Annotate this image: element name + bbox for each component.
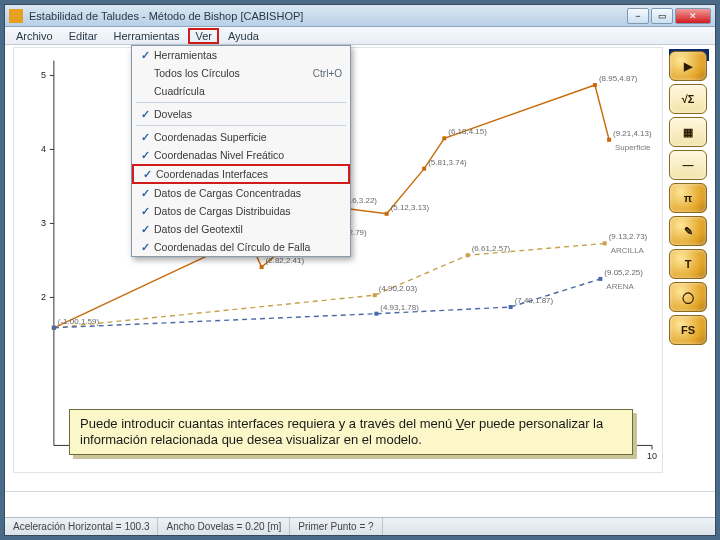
dropdown-label: Coordenadas Superficie [154, 131, 342, 143]
svg-text:(6.18,4.15): (6.18,4.15) [448, 127, 487, 136]
check-icon: ✓ [136, 187, 154, 199]
tool-run[interactable]: ▶ [669, 51, 707, 81]
svg-rect-68 [598, 277, 602, 281]
tool-fs[interactable]: FS [669, 315, 707, 345]
titlebar: Estabilidad de Taludes - Método de Bisho… [5, 5, 715, 27]
dropdown-label: Coordenadas del Círculo de Falla [154, 241, 342, 253]
dropdown-label: Cuadrícula [154, 85, 342, 97]
svg-rect-63 [52, 326, 56, 330]
check-icon: ✓ [136, 49, 154, 61]
note-text-pre: Puede introducir cuantas interfaces requ… [80, 416, 456, 431]
dropdown-item[interactable]: ✓Coordenadas Nivel Freático [132, 146, 350, 164]
menu-ayuda[interactable]: Ayuda [221, 28, 266, 44]
app-icon [9, 9, 23, 23]
note-text-mid: er [464, 416, 476, 431]
svg-text:(2.82,2.41): (2.82,2.41) [266, 256, 305, 265]
check-icon: ✓ [136, 205, 154, 217]
svg-rect-56 [373, 293, 377, 297]
side-toolbox: ▶√Σ▦—π✎T◯FS [669, 51, 709, 345]
dropdown-separator [136, 125, 346, 126]
check-icon: ✓ [136, 223, 154, 235]
svg-rect-44 [385, 212, 389, 216]
svg-text:(5.81,3.74): (5.81,3.74) [428, 158, 467, 167]
dropdown-item[interactable]: ✓Datos de Cargas Distribuidas [132, 202, 350, 220]
dropdown-label: Herramientas [154, 49, 342, 61]
window-controls: − ▭ ✕ [627, 8, 711, 24]
dropdown-item[interactable]: ✓Datos del Geotextil [132, 220, 350, 238]
ver-dropdown: ✓HerramientasTodos los CírculosCtrl+OCua… [131, 45, 351, 257]
maximize-button[interactable]: ▭ [651, 8, 673, 24]
svg-text:3: 3 [41, 218, 46, 228]
status-point: Primer Punto = ? [290, 518, 382, 535]
svg-rect-60 [603, 241, 607, 245]
close-button[interactable]: ✕ [675, 8, 711, 24]
svg-rect-66 [509, 305, 513, 309]
window-title: Estabilidad de Taludes - Método de Bisho… [29, 10, 627, 22]
app-window: Estabilidad de Taludes - Método de Bisho… [4, 4, 716, 536]
svg-rect-50 [593, 83, 597, 87]
menu-editar[interactable]: Editar [62, 28, 105, 44]
dropdown-item[interactable]: Todos los CírculosCtrl+O [132, 64, 350, 82]
svg-text:(5.12,3.13): (5.12,3.13) [391, 203, 430, 212]
check-icon: ✓ [136, 149, 154, 161]
svg-text:ARCILLA: ARCILLA [611, 246, 645, 255]
svg-text:(4.93,1.78): (4.93,1.78) [380, 303, 419, 312]
minimize-button[interactable]: − [627, 8, 649, 24]
dropdown-item[interactable]: ✓Herramientas [132, 46, 350, 64]
status-acceleration: Aceleración Horizontal = 100.3 [5, 518, 158, 535]
svg-rect-46 [422, 167, 426, 171]
dropdown-label: Coordenadas Nivel Freático [154, 149, 342, 161]
statusbar: Aceleración Horizontal = 100.3 Ancho Dov… [5, 517, 715, 535]
check-icon: ✓ [136, 241, 154, 253]
svg-text:(7.40,1.87): (7.40,1.87) [515, 296, 554, 305]
dropdown-shortcut: Ctrl+O [313, 68, 342, 79]
svg-text:2: 2 [41, 292, 46, 302]
svg-rect-58 [466, 253, 470, 257]
tool-sigma[interactable]: √Σ [669, 84, 707, 114]
dropdown-label: Datos del Geotextil [154, 223, 342, 235]
dropdown-item[interactable]: ✓Dovelas [132, 105, 350, 123]
dropdown-item[interactable]: ✓Datos de Cargas Concentradas [132, 184, 350, 202]
svg-text:ARENA: ARENA [606, 282, 634, 291]
menu-archivo[interactable]: Archivo [9, 28, 60, 44]
dropdown-item[interactable]: ✓Coordenadas del Círculo de Falla [132, 238, 350, 256]
svg-text:5: 5 [41, 70, 46, 80]
status-dovelas: Ancho Dovelas = 0.20 [m] [158, 518, 290, 535]
dropdown-label: Dovelas [154, 108, 342, 120]
tool-sketch[interactable]: ✎ [669, 216, 707, 246]
svg-text:(9.13,2.73): (9.13,2.73) [609, 232, 648, 241]
svg-rect-48 [442, 136, 446, 140]
check-icon: ✓ [138, 168, 156, 180]
dropdown-item[interactable]: ✓Coordenadas Interfaces [132, 164, 350, 184]
dropdown-label: Datos de Cargas Distribuidas [154, 205, 342, 217]
tool-pi[interactable]: π [669, 183, 707, 213]
tool-text[interactable]: T [669, 249, 707, 279]
menu-ver[interactable]: Ver [188, 28, 219, 44]
check-icon: ✓ [136, 131, 154, 143]
svg-text:(9.05,2.25): (9.05,2.25) [604, 268, 643, 277]
tool-circle[interactable]: ◯ [669, 282, 707, 312]
menu-herramientas[interactable]: Herramientas [106, 28, 186, 44]
svg-text:(9.21,4.13): (9.21,4.13) [613, 129, 652, 138]
svg-text:Superficie: Superficie [615, 143, 651, 152]
svg-text:4: 4 [41, 144, 46, 154]
svg-rect-36 [260, 265, 264, 269]
tool-grid[interactable]: ▦ [669, 117, 707, 147]
dropdown-item[interactable]: Cuadrícula [132, 82, 350, 100]
axis-gutter [5, 491, 715, 517]
svg-text:10: 10 [647, 451, 657, 461]
dropdown-label: Coordenadas Interfaces [156, 168, 340, 180]
tool-line[interactable]: — [669, 150, 707, 180]
dropdown-separator [136, 102, 346, 103]
svg-rect-52 [607, 138, 611, 142]
dropdown-item[interactable]: ✓Coordenadas Superficie [132, 128, 350, 146]
annotation-callout: Puede introducir cuantas interfaces requ… [69, 409, 633, 456]
note-text-u: V [456, 416, 464, 431]
check-icon: ✓ [136, 108, 154, 120]
svg-text:(6.61,2.57): (6.61,2.57) [472, 244, 511, 253]
dropdown-label: Todos los Círculos [154, 67, 313, 79]
svg-rect-64 [374, 312, 378, 316]
svg-text:(8.95,4.87): (8.95,4.87) [599, 74, 638, 83]
dropdown-label: Datos de Cargas Concentradas [154, 187, 342, 199]
menubar: Archivo Editar Herramientas Ver Ayuda [5, 27, 715, 45]
